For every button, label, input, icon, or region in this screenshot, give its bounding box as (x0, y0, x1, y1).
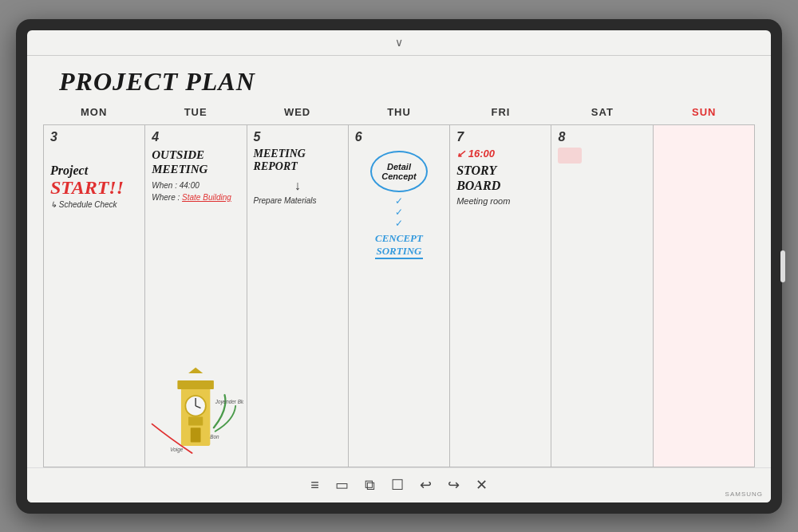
screen: ∨ PROJECT PLAN MON TUE WED THU FRI SAT S… (27, 30, 771, 502)
sat-highlight (558, 148, 582, 164)
meeting-report-title: MEETING REPORT (254, 148, 342, 175)
svg-rect-7 (191, 428, 201, 442)
fri-time: ↙ 16:00 (456, 148, 544, 160)
day-header-tue: TUE (144, 103, 246, 121)
schedule-check: ↳ Schedule Check (50, 200, 138, 209)
toolbar-comment-icon[interactable]: ▭ (335, 476, 349, 494)
chevron-down-icon[interactable]: ∨ (395, 36, 403, 49)
monitor: ∨ PROJECT PLAN MON TUE WED THU FRI SAT S… (16, 19, 782, 514)
project-title: PROJECT PLAN (59, 67, 739, 97)
day-cell-tue: 4 OUTSIDE MEETING When : 44:00 Where : S… (145, 125, 247, 467)
start-label: START!! (50, 178, 138, 197)
svg-text:Joyender Blor: Joyender Blor (215, 399, 243, 405)
meeting-room: Meeting room (456, 196, 544, 206)
day-number-thu: 6 (355, 130, 443, 144)
toolbar-select-icon[interactable]: ☐ (391, 476, 404, 494)
day-cells: 3 Project START!! ↳ Schedule Check 4 OUT… (43, 125, 755, 467)
svg-rect-6 (188, 416, 203, 425)
calendar: MON TUE WED THU FRI SAT SUN 3 Project ST… (27, 103, 771, 467)
day-number-wed: 5 (254, 130, 342, 144)
day-header-sat: SAT (551, 103, 653, 121)
day-cell-sun (654, 125, 755, 467)
day-cell-fri: 7 ↙ 16:00 STORY BOARD Meeting room (450, 125, 551, 467)
day-header-sun: SUN (654, 103, 755, 121)
big-ben-illustration: Joyender Blor Bon Voige (148, 361, 243, 465)
toolbar-undo-icon[interactable]: ↩ (420, 476, 432, 494)
day-headers: MON TUE WED THU FRI SAT SUN (43, 103, 755, 125)
day-number-tue: 4 (152, 130, 239, 144)
side-handle (780, 250, 785, 282)
meeting-detail: When : 44:00 Where : State Building (152, 179, 239, 203)
day-header-fri: FRI (450, 103, 551, 121)
mon-content: Project START!! ↳ Schedule Check (50, 148, 138, 209)
samsung-logo: SAMSUNG (725, 491, 763, 498)
svg-rect-4 (178, 380, 214, 389)
toolbar-redo-icon[interactable]: ↪ (448, 476, 460, 494)
checkmarks: ✓✓✓ (395, 195, 403, 229)
day-cell-wed: 5 MEETING REPORT ↓ Prepare Materials (247, 125, 349, 467)
day-cell-thu: 6 DetailCencept ✓✓✓ CENCEPT SORTING (349, 125, 450, 467)
day-header-mon: MON (43, 103, 144, 121)
day-number-mon: 3 (50, 130, 138, 144)
toolbar-close-icon[interactable]: ✕ (476, 476, 488, 494)
toolbar-copy-icon[interactable]: ⧉ (365, 477, 375, 494)
svg-text:Voige: Voige (171, 447, 184, 453)
day-number-sat: 8 (558, 130, 646, 144)
detail-concept-bubble: DetailCencept (370, 151, 428, 192)
day-cell-mon: 3 Project START!! ↳ Schedule Check (44, 125, 145, 467)
story-board-title: STORY BOARD (456, 163, 544, 193)
title-area: PROJECT PLAN (27, 56, 771, 103)
toolbar: ≡ ▭ ⧉ ☐ ↩ ↪ ✕ (27, 467, 771, 502)
cencept-sorting: CENCEPT SORTING (375, 229, 423, 259)
svg-marker-5 (188, 367, 203, 372)
day-header-wed: WED (247, 103, 348, 121)
project-label: Project (50, 164, 138, 178)
prepare-materials: Prepare Materials (254, 196, 342, 205)
top-bar: ∨ (27, 30, 771, 56)
toolbar-menu-icon[interactable]: ≡ (310, 477, 319, 494)
outside-meeting-title: OUTSIDE MEETING (152, 148, 239, 176)
day-number-fri: 7 (456, 130, 544, 144)
svg-text:Bon: Bon (211, 433, 220, 439)
arrow-icon: ↓ (254, 179, 342, 193)
location: State Building (182, 193, 231, 202)
day-header-thu: THU (348, 103, 449, 121)
day-cell-sat: 8 (551, 125, 653, 467)
